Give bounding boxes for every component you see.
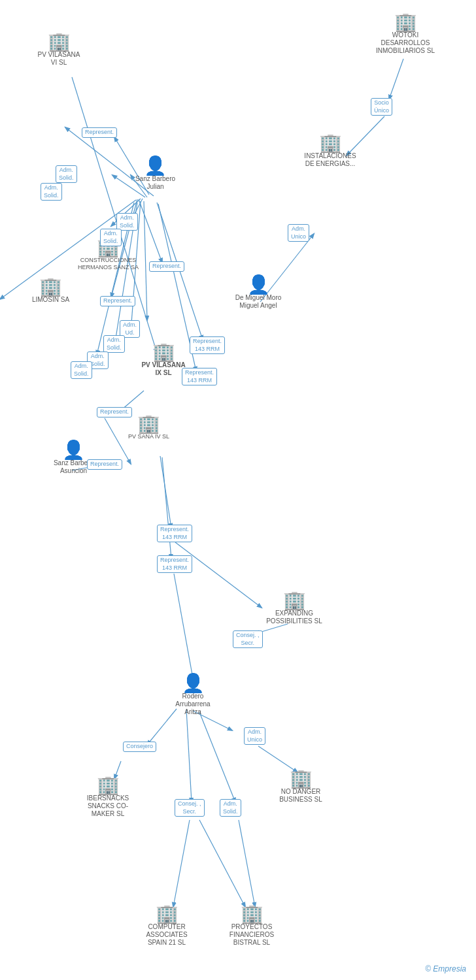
- badge-represent-143-4: Represent.143 RRM: [157, 555, 192, 573]
- watermark: © Empresia: [425, 964, 466, 973]
- company-pv-sana-iv: 🏢 PV SANA IV SL: [128, 415, 170, 440]
- badge-adm-solid-7: Adm.Solid.: [71, 361, 92, 379]
- svg-line-25: [174, 574, 193, 678]
- company-wotoki: 🏢 WOTOKI DESARROLLOS INMOBILIARIOS SL: [373, 13, 438, 55]
- company-computer-associates: 🏢 COMPUTER ASSOCIATES SPAIN 21 SL: [137, 905, 196, 947]
- svg-line-29: [173, 820, 190, 907]
- badge-represent-3: Represent.: [100, 296, 135, 306]
- svg-line-28: [186, 710, 192, 802]
- badge-adm-unico-2: Adm.Unico: [244, 727, 265, 745]
- svg-line-23: [162, 457, 171, 559]
- svg-line-34: [239, 820, 255, 907]
- svg-line-0: [389, 59, 403, 99]
- building-icon: 🏢: [97, 776, 120, 794]
- badge-represent-143-1: Represent.143 RRM: [190, 336, 225, 354]
- badge-consej-secr-2: Consej. ,Secr.: [175, 799, 205, 817]
- building-icon: 🏢: [394, 13, 417, 31]
- person-icon: 👤: [182, 674, 205, 693]
- person-icon: 👤: [62, 441, 85, 459]
- person-de-miguel: 👤 De Miguel Moro Miguel Angel: [232, 276, 284, 310]
- badge-consej-secr-1: Consej. ,Secr.: [233, 630, 263, 648]
- person-rodero: 👤 Rodero Arrubarrena Aritza: [167, 674, 219, 716]
- company-no-danger: 🏢 NO DANGER BUSINESS SL: [271, 770, 330, 804]
- building-icon: 🏢: [48, 33, 71, 51]
- badge-adm-solid-5: Adm.Solid.: [103, 335, 125, 353]
- badge-represent-2: Represent.: [149, 261, 184, 272]
- badge-represent-4: Represent.: [97, 407, 132, 417]
- company-proyectos-financieros: 🏢 PROYECTOS FINANCIEROS BISTRAL SL: [222, 905, 281, 947]
- svg-line-22: [160, 456, 171, 528]
- svg-line-30: [199, 820, 245, 907]
- badge-represent-5: Represent.: [87, 459, 122, 470]
- building-icon: 🏢: [241, 905, 264, 923]
- badge-adm-solid-4: Adm.Solid.: [100, 229, 122, 246]
- svg-line-33: [199, 712, 235, 802]
- building-icon: 🏢: [39, 278, 62, 296]
- building-icon: 🏢: [137, 415, 160, 433]
- building-icon-highlight: 🏢: [152, 343, 175, 361]
- building-icon: 🏢: [283, 591, 306, 610]
- badge-adm-unico-1: Adm.Unico: [288, 224, 309, 242]
- company-pv-vilasana-vi: 🏢 PV VILASANA VI SL: [36, 33, 82, 67]
- building-icon: 🏢: [319, 134, 342, 152]
- company-instalaciones: 🏢 INSTALACIONES DE ENERGIAS...: [301, 134, 360, 168]
- company-pv-vilasana-ix: 🏢 PV VILASANA IX SL: [141, 343, 186, 377]
- company-limosin: 🏢 LIMOSIN SA: [29, 278, 72, 304]
- person-sanz-julian: 👤 Sanz Barbero Julian: [131, 157, 180, 191]
- badge-socio-unico: SocioÚnico: [371, 98, 392, 116]
- badge-represent-143-3: Represent.143 RRM: [157, 525, 192, 542]
- svg-line-20: [105, 418, 131, 464]
- company-ibersnacks: 🏢 IBERSNACKS SNACKS CO-MAKER SL: [78, 776, 137, 818]
- building-icon: 🏢: [290, 770, 313, 788]
- person-icon: 👤: [144, 157, 167, 175]
- badge-adm-solid-2: Adm.Solid.: [41, 183, 62, 201]
- badge-represent-1: Represent.: [82, 127, 117, 138]
- badge-consejero: Consejero: [123, 742, 156, 752]
- badge-adm-solid-1: Adm.Solid.: [56, 165, 77, 183]
- badge-represent-143-2: Represent.143 RRM: [182, 368, 217, 385]
- svg-line-12: [144, 201, 147, 320]
- company-expanding: 🏢 EXPANDING POSSIBILITIES SL: [265, 591, 324, 625]
- badge-adm-solid-8: Adm.Solid.: [220, 799, 241, 817]
- person-icon: 👤: [247, 276, 270, 294]
- building-icon: 🏢: [156, 905, 178, 923]
- person-sanz-asuncion: 👤 Sanz Barbero Asuncion: [49, 441, 98, 475]
- svg-line-24: [175, 542, 262, 608]
